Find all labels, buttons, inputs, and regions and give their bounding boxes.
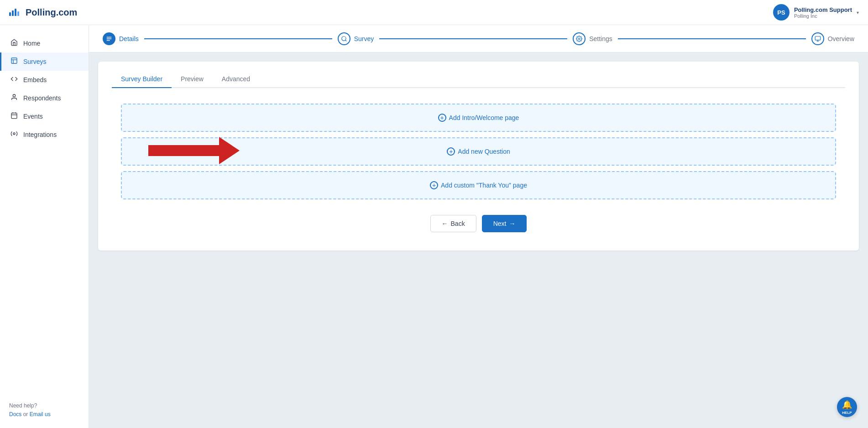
- details-step-icon: [103, 32, 115, 45]
- survey-step-icon: [338, 32, 350, 45]
- home-icon: [10, 39, 18, 48]
- sidebar-label-home: Home: [23, 40, 40, 47]
- tab-survey-builder[interactable]: Survey Builder: [112, 71, 172, 88]
- sidebar-item-home[interactable]: Home: [0, 34, 89, 52]
- user-org: Polling Inc: [794, 13, 852, 19]
- svg-rect-4: [11, 113, 17, 119]
- user-name: Polling.com Support: [794, 6, 852, 13]
- add-intro-icon: +: [438, 114, 446, 122]
- step-line-3: [618, 38, 806, 39]
- step-bar: Details Survey Settings: [89, 25, 868, 52]
- tab-preview[interactable]: Preview: [172, 71, 213, 88]
- tabs: Survey Builder Preview Advanced: [112, 71, 845, 88]
- bottom-actions: ← Back Next →: [112, 215, 845, 237]
- sidebar-label-integrations: Integrations: [23, 131, 57, 138]
- step-survey-label: Survey: [354, 35, 374, 42]
- help-button[interactable]: 🔔 HELP: [837, 397, 857, 417]
- svg-line-13: [345, 40, 346, 41]
- add-question-block[interactable]: + Add new Question: [121, 137, 836, 166]
- svg-point-12: [341, 36, 345, 40]
- add-thankyou-link: + Add custom "Thank You" page: [430, 181, 527, 189]
- sidebar-nav: Home Surveys Embeds Respondents: [0, 25, 89, 392]
- step-settings[interactable]: Settings: [573, 32, 612, 45]
- help-label: HELP: [842, 411, 852, 415]
- back-button[interactable]: ← Back: [430, 215, 476, 232]
- sidebar-label-respondents: Respondents: [23, 94, 61, 102]
- tab-advanced[interactable]: Advanced: [213, 71, 259, 88]
- sidebar-item-respondents[interactable]: Respondents: [0, 89, 89, 107]
- svg-point-14: [578, 38, 580, 40]
- sidebar-item-integrations[interactable]: Integrations: [0, 125, 89, 144]
- next-button[interactable]: Next →: [482, 215, 527, 232]
- step-line-2: [379, 38, 567, 39]
- svg-rect-0: [11, 58, 17, 63]
- svg-point-8: [13, 133, 15, 135]
- avatar: PS: [773, 4, 790, 21]
- svg-point-3: [13, 94, 15, 97]
- add-intro-label: Add Intro/Welcome page: [449, 114, 519, 121]
- integrations-icon: [10, 130, 18, 139]
- inner-content: Survey Builder Preview Advanced + Add In…: [98, 62, 859, 251]
- events-icon: [10, 112, 18, 121]
- back-label: Back: [451, 220, 465, 227]
- embeds-icon: [10, 75, 18, 84]
- add-question-label: Add new Question: [458, 148, 510, 155]
- svg-rect-15: [815, 36, 821, 40]
- add-intro-block[interactable]: + Add Intro/Welcome page: [121, 104, 836, 132]
- step-line-1: [144, 38, 332, 39]
- sidebar-label-surveys: Surveys: [23, 58, 47, 65]
- settings-step-icon: [573, 32, 586, 45]
- sidebar-item-surveys[interactable]: Surveys: [0, 52, 89, 71]
- content: Details Survey Settings: [89, 25, 868, 428]
- sidebar: Home Surveys Embeds Respondents: [0, 25, 89, 428]
- add-thankyou-block[interactable]: + Add custom "Thank You" page: [121, 171, 836, 199]
- next-arrow-icon: →: [509, 220, 515, 227]
- gray-background: [89, 260, 868, 428]
- respondents-icon: [10, 94, 18, 103]
- main-layout: Home Surveys Embeds Respondents: [0, 25, 868, 428]
- sidebar-item-embeds[interactable]: Embeds: [0, 71, 89, 89]
- add-intro-link: + Add Intro/Welcome page: [438, 114, 519, 122]
- logo-icon: [9, 9, 19, 16]
- user-info: Polling.com Support Polling Inc: [794, 6, 852, 19]
- sidebar-label-events: Events: [23, 113, 43, 120]
- user-menu[interactable]: PS Polling.com Support Polling Inc ▾: [773, 4, 859, 21]
- step-overview[interactable]: Overview: [811, 32, 854, 45]
- step-details[interactable]: Details: [103, 32, 139, 45]
- step-survey[interactable]: Survey: [338, 32, 374, 45]
- help-text: Need help?: [9, 402, 37, 409]
- logo-text: Polling.com: [26, 7, 77, 18]
- header: Polling.com PS Polling.com Support Polli…: [0, 0, 868, 25]
- next-label: Next: [493, 220, 507, 227]
- add-question-icon: +: [447, 147, 455, 156]
- step-settings-label: Settings: [589, 35, 612, 42]
- sidebar-item-events[interactable]: Events: [0, 107, 89, 125]
- back-arrow-icon: ←: [442, 220, 448, 227]
- logo: Polling.com: [9, 7, 77, 18]
- step-details-label: Details: [119, 35, 139, 42]
- add-thankyou-label: Add custom "Thank You" page: [441, 182, 527, 189]
- builder-area: + Add Intro/Welcome page +: [112, 99, 845, 204]
- email-link[interactable]: Email us: [30, 411, 51, 418]
- docs-link[interactable]: Docs: [9, 411, 21, 418]
- add-thankyou-icon: +: [430, 181, 438, 189]
- sidebar-footer: Need help? Docs or Email us: [0, 392, 89, 428]
- surveys-icon: [10, 57, 18, 66]
- help-icon: 🔔: [842, 400, 852, 410]
- chevron-down-icon: ▾: [857, 10, 859, 15]
- overview-step-icon: [811, 32, 824, 45]
- step-overview-label: Overview: [828, 35, 854, 42]
- question-row: + Add new Question: [121, 137, 836, 166]
- sidebar-label-embeds: Embeds: [23, 76, 47, 84]
- or-text: or: [21, 411, 29, 418]
- add-question-link: + Add new Question: [447, 147, 510, 156]
